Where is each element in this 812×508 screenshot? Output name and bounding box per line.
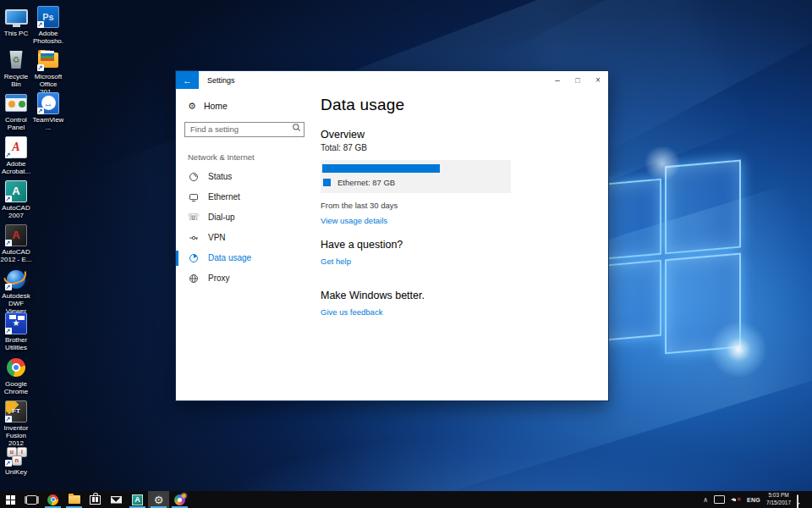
desktop-icon-autocad-2012[interactable]: A↗ AutoCAD 2012 - E... (0, 224, 32, 263)
acrobat-icon: A↗ (5, 135, 28, 158)
taskbar: A ⚙ ∧ × ENG 5:03 PM 7/15/2017 (0, 491, 812, 508)
dialup-phone-icon: ☏ (188, 212, 200, 223)
light-glow (152, 398, 812, 491)
sidebar-item-status[interactable]: Status (184, 167, 321, 187)
clock-date: 7/15/2017 (766, 500, 791, 507)
sidebar-item-label: Status (208, 172, 232, 181)
taskbar-file-explorer-button[interactable] (63, 491, 85, 508)
start-button[interactable] (0, 491, 21, 508)
sidebar-item-label: VPN (208, 233, 226, 242)
file-explorer-icon (69, 495, 80, 504)
desktop-icon-this-pc[interactable]: This PC (0, 5, 32, 37)
office-icon: ↗ (37, 48, 60, 71)
desktop-icon-label: Adobe Acrobat... (0, 160, 32, 175)
minimize-button[interactable]: – (547, 71, 568, 89)
dwf-viewer-icon: ↗ (5, 268, 28, 290)
sidebar-item-data-usage[interactable]: Data usage (184, 248, 321, 268)
maximize-button[interactable]: □ (568, 71, 588, 89)
settings-sidebar: ⚙ Home Network & Internet Status (176, 89, 321, 401)
autocad-2012-icon: A↗ (5, 224, 28, 246)
sidebar-item-home[interactable]: ⚙ Home (184, 97, 321, 114)
taskbar-chrome-button[interactable] (42, 491, 63, 508)
show-hidden-icons-chevron[interactable]: ∧ (703, 496, 708, 504)
usage-bar-track (322, 164, 509, 173)
title-bar[interactable]: ← Settings – □ × (176, 71, 608, 89)
recycle-bin-icon: ♻ (5, 48, 28, 71)
usage-period-text: From the last 30 days (321, 201, 608, 210)
desktop-icon-label: Google Chrome (0, 380, 32, 395)
taskbar-paint-button[interactable] (169, 491, 190, 508)
light-flare (709, 320, 768, 379)
light-flare (643, 144, 682, 183)
close-button[interactable]: × (588, 71, 608, 89)
sidebar-item-label: Dial-up (208, 213, 235, 222)
shortcut-arrow-icon: ↗ (5, 284, 12, 290)
desktop-icon-label: Brother Utilities (0, 336, 32, 351)
desktop-icon-dwf-viewer[interactable]: ↗ Autodesk DWF Viewer (0, 268, 32, 316)
desktop-icon-recycle-bin[interactable]: ♻ Recycle Bin (0, 48, 32, 88)
desktop-icon-acrobat[interactable]: A↗ Adobe Acrobat... (0, 135, 32, 175)
usage-legend: Ethernet: 87 GB (322, 178, 509, 187)
desktop-icon-unikey[interactable]: u i n ↗ UniKey (0, 444, 32, 476)
microsoft-store-icon (90, 495, 101, 505)
desktop-icon-chrome[interactable]: Google Chrome (0, 356, 32, 395)
overview-heading: Overview (321, 129, 608, 141)
taskbar-autocad-button[interactable]: A (127, 491, 148, 508)
view-usage-details-link[interactable]: View usage details (321, 216, 387, 225)
settings-gear-icon: ⚙ (154, 494, 164, 505)
action-center-button[interactable] (797, 495, 807, 504)
shortcut-arrow-icon: ↗ (5, 416, 12, 422)
search-input[interactable] (184, 122, 304, 137)
give-us-feedback-link[interactable]: Give us feedback (321, 307, 382, 317)
desktop-icon-label: AutoCAD 2007 (0, 204, 32, 219)
sidebar-item-label: Data usage (208, 253, 251, 262)
task-view-icon (26, 495, 37, 505)
sidebar-item-proxy[interactable]: Proxy (184, 268, 321, 289)
volume-muted-icon[interactable]: × (731, 495, 741, 504)
desktop-icon-photoshop[interactable]: Ps↗ Adobe Photosho... (32, 5, 64, 53)
network-tray-icon[interactable] (714, 495, 725, 504)
desktop-icon-teamviewer[interactable]: ↔↗ TeamView... (32, 91, 64, 131)
sidebar-item-dialup[interactable]: ☏ Dial-up (184, 207, 321, 228)
proxy-globe-icon (188, 273, 200, 284)
desktop-icon-autocad-2007[interactable]: A↗ AutoCAD 2007 (0, 179, 32, 219)
clock[interactable]: 5:03 PM 7/15/2017 (766, 492, 791, 507)
back-button[interactable]: ← (176, 71, 199, 89)
screen: This PC Ps↗ Adobe Photosho... ♻ Recycle … (0, 0, 812, 508)
sidebar-item-ethernet[interactable]: Ethernet (184, 187, 321, 207)
get-help-link[interactable]: Get help (321, 257, 351, 266)
desktop-icon-label: TeamView... (32, 116, 64, 131)
sidebar-item-label: Ethernet (208, 192, 240, 202)
shortcut-arrow-icon: ↗ (37, 21, 44, 28)
chrome-icon (5, 356, 28, 378)
control-panel-icon (5, 91, 28, 114)
desktop-icon-label: Control Panel (0, 116, 32, 131)
usage-chart-panel: Ethernet: 87 GB (321, 160, 511, 193)
autocad-icon: A (132, 494, 143, 505)
shortcut-arrow-icon: ↗ (5, 328, 12, 334)
desktop-icon-label: This PC (0, 30, 32, 37)
system-tray: ∧ × ENG 5:03 PM 7/15/2017 (703, 491, 812, 508)
settings-window: ← Settings – □ × ⚙ Home Network & Intern… (175, 70, 609, 401)
desktop-icon-control-panel[interactable]: Control Panel (0, 91, 32, 131)
taskbar-settings-button[interactable]: ⚙ (148, 491, 169, 508)
shortcut-arrow-icon: ↗ (5, 240, 12, 246)
sidebar-item-vpn[interactable]: VPN (184, 228, 321, 248)
legend-swatch-ethernet (323, 179, 331, 186)
autocad-2007-icon: A↗ (5, 179, 28, 202)
desktop-icon-brother-utilities[interactable]: ★↗ Brother Utilities (0, 312, 32, 351)
back-arrow-icon: ← (183, 75, 192, 86)
taskbar-mail-button[interactable] (106, 491, 127, 508)
task-view-button[interactable] (21, 491, 42, 508)
desktop-icon-office[interactable]: ↗ Microsoft Office 201... (32, 48, 64, 97)
data-usage-pie-icon (188, 253, 200, 263)
setting-search (184, 120, 304, 137)
language-indicator[interactable]: ENG (747, 497, 760, 503)
home-gear-icon: ⚙ (188, 101, 196, 112)
shortcut-arrow-icon: ↗ (5, 152, 12, 158)
desktop-icon-inventor-fusion[interactable]: FT↗ Inventor Fusion 2012 (0, 400, 32, 448)
desktop-icon-label: Recycle Bin (0, 73, 32, 88)
have-a-question-heading: Have a question? (321, 239, 608, 251)
page-title: Data usage (321, 96, 608, 114)
taskbar-store-button[interactable] (85, 491, 106, 508)
